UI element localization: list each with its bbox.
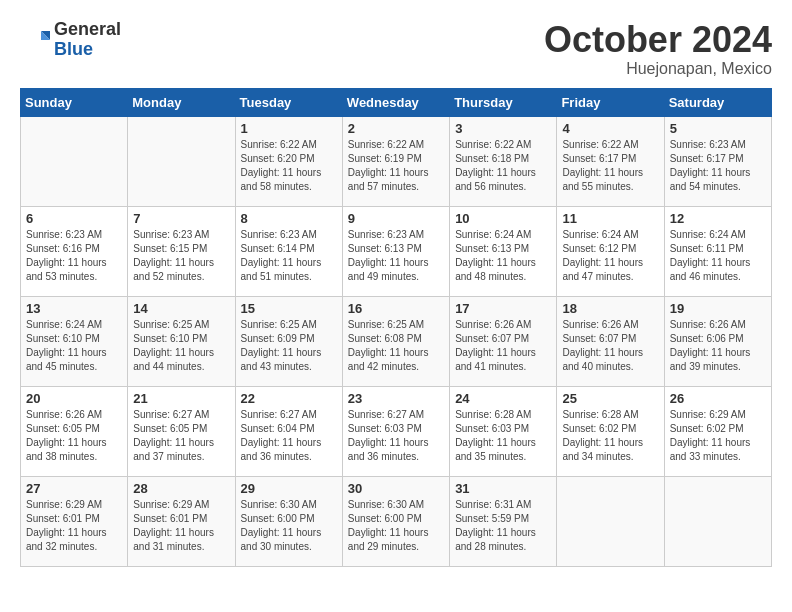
calendar-cell: 13Sunrise: 6:24 AM Sunset: 6:10 PM Dayli… bbox=[21, 296, 128, 386]
calendar-cell: 6Sunrise: 6:23 AM Sunset: 6:16 PM Daylig… bbox=[21, 206, 128, 296]
weekday-header-monday: Monday bbox=[128, 88, 235, 116]
day-info: Sunrise: 6:29 AM Sunset: 6:01 PM Dayligh… bbox=[26, 498, 122, 554]
day-info: Sunrise: 6:23 AM Sunset: 6:15 PM Dayligh… bbox=[133, 228, 229, 284]
day-number: 6 bbox=[26, 211, 122, 226]
day-info: Sunrise: 6:27 AM Sunset: 6:04 PM Dayligh… bbox=[241, 408, 337, 464]
logo-text: General Blue bbox=[54, 20, 121, 60]
page-header: General Blue October 2024 Huejonapan, Me… bbox=[20, 20, 772, 78]
day-info: Sunrise: 6:29 AM Sunset: 6:01 PM Dayligh… bbox=[133, 498, 229, 554]
calendar-table: SundayMondayTuesdayWednesdayThursdayFrid… bbox=[20, 88, 772, 567]
day-info: Sunrise: 6:22 AM Sunset: 6:20 PM Dayligh… bbox=[241, 138, 337, 194]
day-number: 19 bbox=[670, 301, 766, 316]
weekday-header-wednesday: Wednesday bbox=[342, 88, 449, 116]
day-number: 28 bbox=[133, 481, 229, 496]
calendar-cell: 18Sunrise: 6:26 AM Sunset: 6:07 PM Dayli… bbox=[557, 296, 664, 386]
day-number: 3 bbox=[455, 121, 551, 136]
calendar-cell: 11Sunrise: 6:24 AM Sunset: 6:12 PM Dayli… bbox=[557, 206, 664, 296]
day-number: 5 bbox=[670, 121, 766, 136]
day-info: Sunrise: 6:23 AM Sunset: 6:14 PM Dayligh… bbox=[241, 228, 337, 284]
day-info: Sunrise: 6:30 AM Sunset: 6:00 PM Dayligh… bbox=[348, 498, 444, 554]
day-number: 31 bbox=[455, 481, 551, 496]
calendar-cell bbox=[128, 116, 235, 206]
calendar-cell: 8Sunrise: 6:23 AM Sunset: 6:14 PM Daylig… bbox=[235, 206, 342, 296]
day-number: 30 bbox=[348, 481, 444, 496]
calendar-cell: 9Sunrise: 6:23 AM Sunset: 6:13 PM Daylig… bbox=[342, 206, 449, 296]
day-info: Sunrise: 6:27 AM Sunset: 6:03 PM Dayligh… bbox=[348, 408, 444, 464]
weekday-header-saturday: Saturday bbox=[664, 88, 771, 116]
logo: General Blue bbox=[20, 20, 121, 60]
location: Huejonapan, Mexico bbox=[544, 60, 772, 78]
day-info: Sunrise: 6:24 AM Sunset: 6:12 PM Dayligh… bbox=[562, 228, 658, 284]
calendar-cell: 14Sunrise: 6:25 AM Sunset: 6:10 PM Dayli… bbox=[128, 296, 235, 386]
calendar-cell: 3Sunrise: 6:22 AM Sunset: 6:18 PM Daylig… bbox=[450, 116, 557, 206]
day-number: 17 bbox=[455, 301, 551, 316]
day-info: Sunrise: 6:27 AM Sunset: 6:05 PM Dayligh… bbox=[133, 408, 229, 464]
calendar-cell: 15Sunrise: 6:25 AM Sunset: 6:09 PM Dayli… bbox=[235, 296, 342, 386]
day-number: 16 bbox=[348, 301, 444, 316]
weekday-header-row: SundayMondayTuesdayWednesdayThursdayFrid… bbox=[21, 88, 772, 116]
logo-icon bbox=[20, 25, 50, 55]
day-number: 9 bbox=[348, 211, 444, 226]
calendar-cell: 24Sunrise: 6:28 AM Sunset: 6:03 PM Dayli… bbox=[450, 386, 557, 476]
day-number: 24 bbox=[455, 391, 551, 406]
weekday-header-friday: Friday bbox=[557, 88, 664, 116]
calendar-cell: 28Sunrise: 6:29 AM Sunset: 6:01 PM Dayli… bbox=[128, 476, 235, 566]
calendar-cell: 19Sunrise: 6:26 AM Sunset: 6:06 PM Dayli… bbox=[664, 296, 771, 386]
day-number: 4 bbox=[562, 121, 658, 136]
day-number: 21 bbox=[133, 391, 229, 406]
day-number: 26 bbox=[670, 391, 766, 406]
day-info: Sunrise: 6:23 AM Sunset: 6:13 PM Dayligh… bbox=[348, 228, 444, 284]
calendar-cell: 26Sunrise: 6:29 AM Sunset: 6:02 PM Dayli… bbox=[664, 386, 771, 476]
week-row-1: 1Sunrise: 6:22 AM Sunset: 6:20 PM Daylig… bbox=[21, 116, 772, 206]
calendar-cell: 1Sunrise: 6:22 AM Sunset: 6:20 PM Daylig… bbox=[235, 116, 342, 206]
day-info: Sunrise: 6:25 AM Sunset: 6:10 PM Dayligh… bbox=[133, 318, 229, 374]
calendar-cell bbox=[21, 116, 128, 206]
title-block: October 2024 Huejonapan, Mexico bbox=[544, 20, 772, 78]
calendar-cell: 12Sunrise: 6:24 AM Sunset: 6:11 PM Dayli… bbox=[664, 206, 771, 296]
day-number: 11 bbox=[562, 211, 658, 226]
day-number: 15 bbox=[241, 301, 337, 316]
day-info: Sunrise: 6:25 AM Sunset: 6:08 PM Dayligh… bbox=[348, 318, 444, 374]
calendar-cell: 10Sunrise: 6:24 AM Sunset: 6:13 PM Dayli… bbox=[450, 206, 557, 296]
day-info: Sunrise: 6:25 AM Sunset: 6:09 PM Dayligh… bbox=[241, 318, 337, 374]
day-info: Sunrise: 6:23 AM Sunset: 6:17 PM Dayligh… bbox=[670, 138, 766, 194]
week-row-2: 6Sunrise: 6:23 AM Sunset: 6:16 PM Daylig… bbox=[21, 206, 772, 296]
calendar-cell: 17Sunrise: 6:26 AM Sunset: 6:07 PM Dayli… bbox=[450, 296, 557, 386]
day-info: Sunrise: 6:26 AM Sunset: 6:06 PM Dayligh… bbox=[670, 318, 766, 374]
day-info: Sunrise: 6:23 AM Sunset: 6:16 PM Dayligh… bbox=[26, 228, 122, 284]
day-info: Sunrise: 6:30 AM Sunset: 6:00 PM Dayligh… bbox=[241, 498, 337, 554]
calendar-cell: 5Sunrise: 6:23 AM Sunset: 6:17 PM Daylig… bbox=[664, 116, 771, 206]
weekday-header-sunday: Sunday bbox=[21, 88, 128, 116]
day-number: 22 bbox=[241, 391, 337, 406]
week-row-5: 27Sunrise: 6:29 AM Sunset: 6:01 PM Dayli… bbox=[21, 476, 772, 566]
day-number: 14 bbox=[133, 301, 229, 316]
day-number: 8 bbox=[241, 211, 337, 226]
day-info: Sunrise: 6:28 AM Sunset: 6:03 PM Dayligh… bbox=[455, 408, 551, 464]
day-number: 10 bbox=[455, 211, 551, 226]
calendar-cell: 4Sunrise: 6:22 AM Sunset: 6:17 PM Daylig… bbox=[557, 116, 664, 206]
day-info: Sunrise: 6:26 AM Sunset: 6:05 PM Dayligh… bbox=[26, 408, 122, 464]
month-title: October 2024 bbox=[544, 20, 772, 60]
calendar-cell bbox=[664, 476, 771, 566]
day-info: Sunrise: 6:24 AM Sunset: 6:13 PM Dayligh… bbox=[455, 228, 551, 284]
day-number: 29 bbox=[241, 481, 337, 496]
day-number: 18 bbox=[562, 301, 658, 316]
calendar-cell: 29Sunrise: 6:30 AM Sunset: 6:00 PM Dayli… bbox=[235, 476, 342, 566]
day-number: 7 bbox=[133, 211, 229, 226]
day-number: 13 bbox=[26, 301, 122, 316]
calendar-cell: 16Sunrise: 6:25 AM Sunset: 6:08 PM Dayli… bbox=[342, 296, 449, 386]
day-info: Sunrise: 6:26 AM Sunset: 6:07 PM Dayligh… bbox=[455, 318, 551, 374]
weekday-header-tuesday: Tuesday bbox=[235, 88, 342, 116]
day-info: Sunrise: 6:22 AM Sunset: 6:17 PM Dayligh… bbox=[562, 138, 658, 194]
day-info: Sunrise: 6:22 AM Sunset: 6:18 PM Dayligh… bbox=[455, 138, 551, 194]
calendar-cell: 22Sunrise: 6:27 AM Sunset: 6:04 PM Dayli… bbox=[235, 386, 342, 476]
calendar-cell: 21Sunrise: 6:27 AM Sunset: 6:05 PM Dayli… bbox=[128, 386, 235, 476]
calendar-cell: 25Sunrise: 6:28 AM Sunset: 6:02 PM Dayli… bbox=[557, 386, 664, 476]
calendar-cell: 23Sunrise: 6:27 AM Sunset: 6:03 PM Dayli… bbox=[342, 386, 449, 476]
day-info: Sunrise: 6:22 AM Sunset: 6:19 PM Dayligh… bbox=[348, 138, 444, 194]
day-number: 23 bbox=[348, 391, 444, 406]
day-number: 12 bbox=[670, 211, 766, 226]
calendar-cell: 31Sunrise: 6:31 AM Sunset: 5:59 PM Dayli… bbox=[450, 476, 557, 566]
calendar-cell bbox=[557, 476, 664, 566]
week-row-4: 20Sunrise: 6:26 AM Sunset: 6:05 PM Dayli… bbox=[21, 386, 772, 476]
